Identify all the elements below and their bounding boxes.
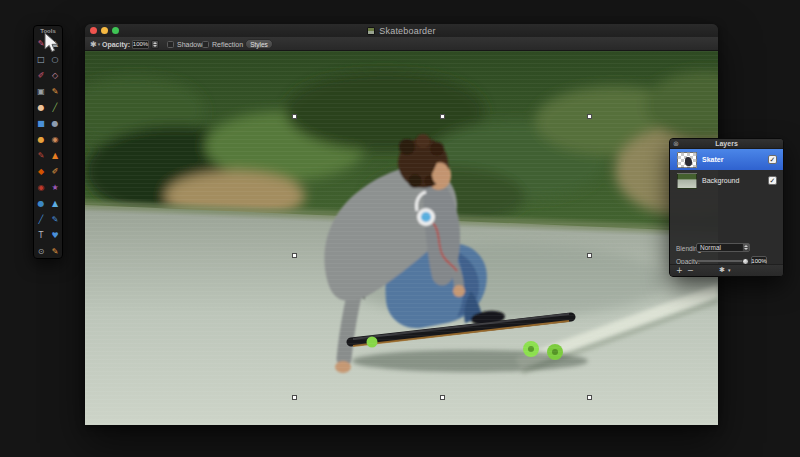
transform-handle-bottom-center[interactable] (440, 395, 445, 400)
layer-row-background[interactable]: Background ✓ (670, 170, 783, 191)
layer-name: Background (702, 177, 768, 184)
blur-tool[interactable]: ● (34, 196, 48, 212)
sponge-tool[interactable]: ● (34, 132, 48, 148)
opacity-label: Opacity: (102, 41, 130, 48)
smudge-tool[interactable]: ╱ (34, 212, 48, 228)
close-panel-icon[interactable]: ⊗ (673, 139, 679, 149)
transform-handle-top-left[interactable] (292, 114, 297, 119)
fill-tool[interactable]: ■ (34, 116, 48, 132)
tool-options-bar: ✱ ▾ Opacity: 100% Shadow Reflection Styl… (85, 37, 718, 51)
layers-panel-title: Layers (715, 140, 738, 147)
sharpen-tool[interactable]: ▲ (48, 196, 62, 212)
opacity-input[interactable]: 100% (132, 40, 149, 49)
pencil-tool[interactable]: ✎ (48, 84, 62, 100)
layer-visibility-checkbox[interactable]: ✓ (768, 176, 777, 185)
transform-handle-middle-right[interactable] (587, 253, 592, 258)
gradient-tool[interactable]: ● (48, 116, 62, 132)
layers-panel-header[interactable]: ⊗ Layers (670, 139, 783, 149)
image-canvas[interactable] (85, 51, 718, 425)
shape-tool[interactable]: ♥ (48, 228, 62, 244)
blending-select[interactable]: Normal (696, 243, 750, 252)
reflection-option[interactable]: Reflection (202, 37, 243, 51)
chevron-down-icon: ▾ (98, 41, 101, 47)
options-gear-menu[interactable]: ✱ ▾ (90, 37, 100, 51)
line-tool[interactable]: ╱ (48, 100, 62, 116)
styles-button[interactable]: Styles (245, 39, 273, 49)
layer-row-skater[interactable]: Skater ✓ (670, 149, 783, 170)
transform-handle-top-center[interactable] (440, 114, 445, 119)
reflection-label: Reflection (212, 41, 243, 48)
reflection-checkbox[interactable] (202, 41, 209, 48)
chevron-down-icon: ▾ (728, 265, 731, 276)
tools-grid: ✎ ▲ □ ○ ✐ ◇ ▣ ✎ ● ╱ ■ ● ● ◉ ✎ ▲ ◆ ✐ ◉ ★ … (34, 36, 62, 260)
shadow-checkbox[interactable] (167, 41, 174, 48)
transform-handle-bottom-right[interactable] (587, 395, 592, 400)
layer-visibility-checkbox[interactable]: ✓ (768, 155, 777, 164)
draw-tool[interactable]: ✎ (48, 212, 62, 228)
window-title: Skateboarder (379, 26, 435, 36)
transform-handle-top-right[interactable] (587, 114, 592, 119)
opacity-stepper[interactable] (151, 40, 159, 49)
zoom-window-button[interactable] (112, 27, 119, 34)
skateboarder-photo (85, 51, 718, 425)
color-picker-tool[interactable]: ◉ (48, 132, 62, 148)
zoom-tool[interactable]: ⊙ (34, 244, 48, 260)
layer-name: Skater (702, 156, 768, 163)
transform-handle-bottom-left[interactable] (292, 395, 297, 400)
eraser-tool[interactable]: ● (34, 100, 48, 116)
lasso-tool[interactable]: ✐ (34, 68, 48, 84)
styles-button-wrap: Styles (245, 37, 273, 51)
desktop: { "colors": { "accent_blue": "#3b77e0", … (0, 0, 800, 457)
app-window: Skateboarder ✱ ▾ Opacity: 100% Shadow Re… (85, 24, 718, 425)
transform-handle-middle-left[interactable] (292, 253, 297, 258)
layer-thumbnail-background (677, 173, 697, 189)
blending-value: Normal (700, 244, 742, 251)
type-tool[interactable]: T (34, 228, 48, 244)
burn-tool[interactable]: ▲ (48, 148, 62, 164)
add-layer-button[interactable]: + (676, 265, 683, 276)
crop-tool[interactable]: ▣ (34, 84, 48, 100)
opacity-field-wrap: 100% (132, 37, 149, 51)
layer-thumbnail-skater (677, 152, 697, 168)
traffic-lights (90, 27, 119, 34)
mouse-cursor-icon (44, 32, 60, 58)
document-icon (367, 27, 375, 35)
gear-icon: ✱ (90, 40, 97, 49)
layers-panel-footer: + − ✱ ▾ (670, 264, 783, 276)
stamp-tool[interactable]: ◆ (34, 164, 48, 180)
shadow-option[interactable]: Shadow (167, 37, 202, 51)
skater-silhouette (685, 157, 692, 166)
close-window-button[interactable] (90, 27, 97, 34)
opacity-stepper-wrap (151, 37, 159, 51)
tools-palette: Tools ✎ ▲ □ ○ ✐ ◇ ▣ ✎ ● ╱ ■ ● ● ◉ ✎ ▲ ◆ … (33, 25, 63, 259)
layer-opacity-slider[interactable] (697, 260, 746, 262)
minimize-window-button[interactable] (101, 27, 108, 34)
brush-tool[interactable]: ✎ (34, 148, 48, 164)
opacity-label-wrap: Opacity: (102, 37, 130, 51)
layers-panel: ⊗ Layers Skater ✓ Background ✓ Blending:… (669, 138, 784, 277)
slice-tool[interactable]: ✎ (48, 244, 62, 260)
titlebar[interactable]: Skateboarder (85, 24, 718, 37)
red-eye-tool[interactable]: ◉ (34, 180, 48, 196)
layer-gear-menu[interactable]: ✱ (719, 265, 725, 276)
blending-stepper-icon (742, 244, 749, 251)
shadow-label: Shadow (177, 41, 202, 48)
polygon-lasso-tool[interactable]: ◇ (48, 68, 62, 84)
heal-tool[interactable]: ✐ (48, 164, 62, 180)
magic-wand-tool[interactable]: ★ (48, 180, 62, 196)
remove-layer-button[interactable]: − (687, 265, 694, 276)
